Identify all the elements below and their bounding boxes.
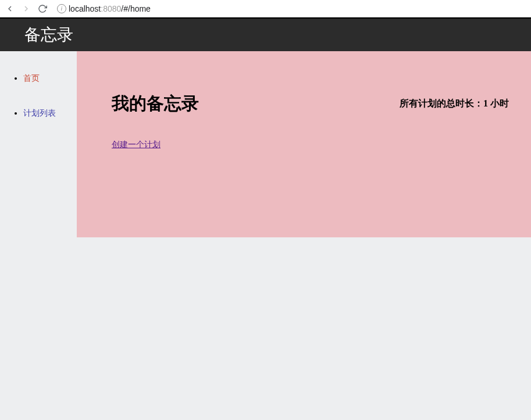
page-heading: 我的备忘录 (112, 92, 199, 116)
sidebar: 首页 计划列表 (0, 51, 77, 420)
sidebar-link-plans[interactable]: 计划列表 (23, 108, 56, 118)
total-duration-label: 所有计划的总时长：1 小时 (400, 98, 514, 110)
browser-toolbar: i localhost:8080/#/home (0, 0, 531, 17)
url-host: localhost (69, 4, 101, 13)
forward-button[interactable] (21, 3, 31, 14)
url-path: /#/home (121, 4, 151, 13)
content-area: 首页 计划列表 我的备忘录 所有计划的总时长：1 小时 创建一个计划 (0, 51, 531, 420)
app-header: 备忘录 (0, 17, 531, 51)
url-port: :8080 (101, 4, 121, 13)
back-button[interactable] (5, 3, 15, 14)
reload-button[interactable] (37, 3, 48, 14)
app-title: 备忘录 (24, 24, 73, 46)
site-info-icon[interactable]: i (57, 4, 66, 13)
sidebar-item-home[interactable]: 首页 (23, 73, 77, 84)
create-plan-link[interactable]: 创建一个计划 (112, 140, 161, 149)
sidebar-item-plans[interactable]: 计划列表 (23, 108, 77, 119)
panel-header: 我的备忘录 所有计划的总时长：1 小时 (112, 92, 514, 116)
address-bar[interactable]: i localhost:8080/#/home (54, 4, 526, 13)
main-panel: 我的备忘录 所有计划的总时长：1 小时 创建一个计划 (77, 51, 531, 237)
sidebar-link-home[interactable]: 首页 (23, 73, 40, 83)
